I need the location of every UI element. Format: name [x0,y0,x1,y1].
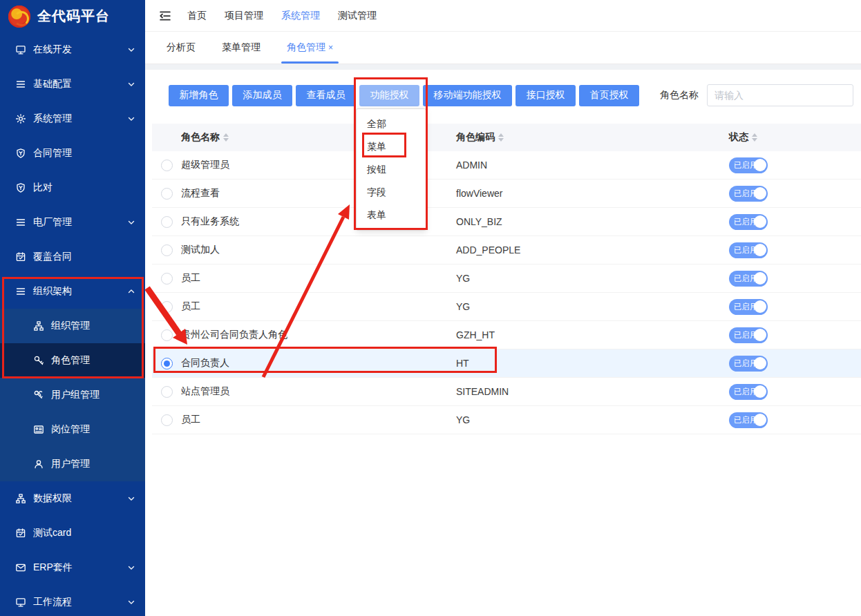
status-toggle[interactable]: 已启用 [729,412,768,428]
sidebar-item-organization-structure[interactable]: 组织架构 [0,274,145,309]
toolbar-buttons: 新增角色添加成员查看成员功能授权移动端功能授权接口授权首页授权 [169,85,643,106]
key-icon [33,355,44,366]
sidebar-item-basic-config[interactable]: 基础配置 [0,67,145,102]
role-name-cell: 员工 [181,272,456,285]
sidebar-item-user-management[interactable]: 用户管理 [0,447,145,481]
sidebar-item-label: 数据权限 [33,492,127,505]
sidebar-collapse-icon[interactable] [158,9,172,23]
row-radio-button[interactable] [161,414,173,426]
status-toggle[interactable]: 已启用 [729,356,768,372]
dropdown-item-menu[interactable]: 菜单 [357,135,426,158]
add-member-button[interactable]: 添加成员 [232,85,292,106]
sidebar-submenu: 组织管理角色管理用户组管理岗位管理用户管理 [0,309,145,481]
status-toggle[interactable]: 已启用 [729,186,768,202]
sidebar-item-coverage-contract[interactable]: 覆盖合同 [0,240,145,274]
sidebar-item-contract-management[interactable]: 合同管理 [0,136,145,171]
status-label: 已启用 [734,245,758,256]
role-management-page: { "app": { "title": "全代码平台" }, "topnav":… [0,0,861,616]
status-toggle[interactable]: 已启用 [729,327,768,343]
sidebar-item-comparison[interactable]: 比对 [0,171,145,205]
calendar-icon [15,528,26,539]
nav-item-project-management[interactable]: 项目管理 [225,10,263,22]
homepage-auth-button[interactable]: 首页授权 [579,85,639,106]
table-row[interactable]: 超级管理员 ADMIN 已启用 [152,151,861,180]
sidebar-item-label: 基础配置 [33,78,127,90]
sidebar-item-label: 比对 [33,182,135,194]
role-code-cell: ONLY_BIZ [456,216,729,227]
table-row[interactable]: 员工 YG 已启用 [152,293,861,321]
sidebar-item-label: 组织架构 [33,285,127,298]
sidebar-item-role-management[interactable]: 角色管理 [0,343,145,378]
status-toggle[interactable]: 已启用 [729,157,768,173]
dropdown-item-button[interactable]: 按钮 [357,158,426,181]
org-icon [33,320,44,331]
column-header-status[interactable]: 状态 [729,131,861,144]
chevron-down-icon [127,598,135,606]
table-row[interactable]: 流程查看 flowViewer 已启用 [152,180,861,208]
dropdown-item-field[interactable]: 字段 [357,181,426,204]
status-toggle[interactable]: 已启用 [729,271,768,287]
sidebar-item-organization-management[interactable]: 组织管理 [0,309,145,343]
main-area: 首页项目管理系统管理测试管理 分析页菜单管理角色管理× 新增角色添加成员查看成员… [145,0,861,616]
row-radio-button[interactable] [161,244,173,256]
api-auth-button[interactable]: 接口授权 [515,85,576,106]
status-toggle[interactable]: 已启用 [729,242,768,258]
feature-auth-button[interactable]: 功能授权 [359,85,419,106]
tab-analysis-page[interactable]: 分析页 [164,32,198,64]
mobile-feature-auth-button[interactable]: 移动端功能授权 [423,85,512,106]
monitor-icon [15,597,26,608]
status-label: 已启用 [734,160,758,171]
table-row[interactable]: 员工 YG 已启用 [152,264,861,293]
row-radio-button[interactable] [161,273,173,285]
org-icon [15,493,26,504]
role-code-cell: ADMIN [456,160,729,171]
row-radio-button[interactable] [161,188,173,200]
keys-icon [33,389,44,401]
row-radio-button[interactable] [161,160,173,171]
sidebar-item-power-plant-management[interactable]: 电厂管理 [0,205,145,240]
tab-close-icon[interactable]: × [328,44,333,52]
status-toggle[interactable]: 已启用 [729,299,768,315]
sidebar-item-system-management[interactable]: 系统管理 [0,102,145,136]
dropdown-item-all[interactable]: 全部 [357,113,426,135]
nav-item-home[interactable]: 首页 [187,10,207,22]
view-members-button[interactable]: 查看成员 [296,85,356,106]
list-icon [15,286,26,297]
role-filter: 角色名称 角色编码 [660,84,861,106]
dropdown-item-form[interactable]: 表单 [357,204,426,227]
sidebar-item-user-group-management[interactable]: 用户组管理 [0,378,145,412]
table-row[interactable]: 只有业务系统 ONLY_BIZ 已启用 [152,208,861,236]
tab-role-management[interactable]: 角色管理× [284,32,336,64]
sidebar-item-label: 电厂管理 [33,216,127,229]
row-radio-button[interactable] [161,386,173,398]
sidebar-item-workflow[interactable]: 工作流程 [0,585,145,616]
tab-menu-management[interactable]: 菜单管理 [219,32,263,64]
topnav-items: 首页项目管理系统管理测试管理 [187,10,395,22]
table-row[interactable]: 站点管理员 SITEADMIN 已启用 [152,378,861,406]
row-radio-button[interactable] [161,358,173,369]
table-row[interactable]: 贵州公司合同负责人角色 GZH_HT 已启用 [152,321,861,349]
row-radio-button[interactable] [161,329,173,341]
table-row[interactable]: 员工 YG 已启用 [152,406,861,434]
role-code-cell: GZH_HT [456,329,729,340]
sidebar-item-online-development[interactable]: 在线开发 [0,32,145,67]
nav-item-test-management[interactable]: 测试管理 [338,10,377,22]
row-radio-button[interactable] [161,216,173,228]
nav-item-system-management[interactable]: 系统管理 [281,10,320,22]
role-name-filter-input[interactable] [707,84,853,106]
sidebar-item-data-permission[interactable]: 数据权限 [0,481,145,516]
table-row[interactable]: 合同负责人 HT 已启用 [152,349,861,378]
role-name-cell: 站点管理员 [181,385,456,398]
sidebar-item-erp-suite[interactable]: ERP套件 [0,550,145,585]
chevron-down-icon [127,46,135,54]
table-header: 角色名称角色编码状态 [152,124,861,151]
row-radio-button[interactable] [161,301,173,313]
role-name-cell: 合同负责人 [181,357,456,369]
status-toggle[interactable]: 已启用 [729,384,768,400]
column-header-role-code[interactable]: 角色编码 [456,131,729,144]
status-toggle[interactable]: 已启用 [729,214,768,230]
sidebar-item-test-card[interactable]: 测试card [0,516,145,550]
add-role-button[interactable]: 新增角色 [169,85,229,106]
table-row[interactable]: 测试加人 ADD_PEOPLE 已启用 [152,236,861,264]
sidebar-item-position-management[interactable]: 岗位管理 [0,412,145,447]
